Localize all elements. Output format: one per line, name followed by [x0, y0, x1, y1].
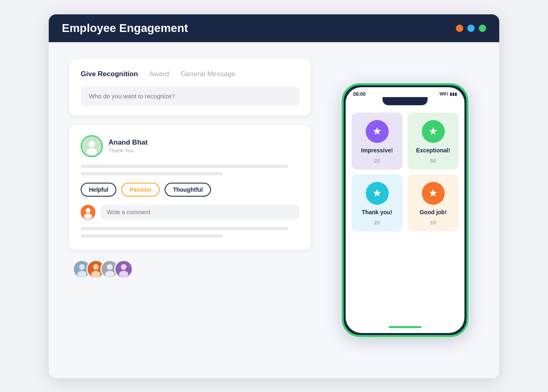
- post-user-info: Anand Bhat Thank You: [109, 138, 147, 154]
- app-body: Give Recognition Award General Message: [49, 42, 499, 378]
- post-user-sub: Thank You: [109, 147, 147, 154]
- svg-point-4: [86, 208, 91, 213]
- award-label-thankyou: Thank you!: [362, 209, 392, 215]
- wifi-icon: WiFi: [439, 92, 448, 96]
- star-icon-goodjob: ★: [428, 187, 438, 199]
- svg-point-1: [88, 140, 95, 147]
- svg-point-5: [84, 213, 92, 219]
- phone-mockup: 08:00 WiFi ▮▮▮ ★: [342, 83, 469, 337]
- bottom-line-2: [81, 234, 223, 238]
- star-icon-impressive: ★: [372, 125, 382, 138]
- award-label-exceptional: Exceptional!: [416, 147, 450, 154]
- battery-icon: ▮▮▮: [450, 92, 457, 96]
- content-line-1: [81, 165, 288, 168]
- comment-input[interactable]: [100, 205, 299, 220]
- award-tile-goodjob[interactable]: ★ Good job! 10: [408, 174, 459, 231]
- award-count-exceptional: 50: [430, 158, 436, 164]
- svg-point-7: [79, 264, 85, 270]
- award-tile-exceptional[interactable]: ★ Exceptional! 50: [408, 113, 459, 170]
- phone-notch: [383, 97, 428, 105]
- user-avatar: [81, 135, 103, 157]
- svg-point-14: [105, 271, 115, 277]
- svg-point-8: [77, 271, 87, 277]
- post-user-name: Anand Bhat: [109, 138, 147, 147]
- recognition-tabs: Give Recognition Award General Message: [81, 70, 299, 78]
- left-panel: Give Recognition Award General Message: [69, 59, 311, 362]
- award-count-impressive: 20: [374, 158, 380, 164]
- phone-content: ★ Impressive! 20 ★ Exceptional! 50: [346, 105, 464, 326]
- dot-red[interactable]: [456, 25, 463, 32]
- dot-green[interactable]: [479, 25, 486, 32]
- bottom-line-1: [81, 227, 288, 230]
- svg-point-10: [93, 264, 99, 270]
- tag-helpful[interactable]: Helpful: [81, 183, 116, 197]
- svg-point-16: [121, 264, 127, 270]
- recognition-card: Give Recognition Award General Message: [69, 59, 311, 116]
- comment-row: [81, 205, 299, 220]
- dot-blue[interactable]: [467, 25, 475, 32]
- tab-award[interactable]: Award: [149, 70, 169, 78]
- award-label-impressive: Impressive!: [361, 147, 393, 154]
- award-icon-goodjob: ★: [422, 182, 445, 205]
- award-tile-impressive[interactable]: ★ Impressive! 20: [351, 113, 403, 170]
- award-icon-impressive: ★: [366, 120, 389, 143]
- svg-point-17: [119, 271, 129, 277]
- phone-home-bar[interactable]: [389, 326, 421, 328]
- mini-avatar-4: [114, 260, 133, 279]
- star-icon-exceptional: ★: [428, 125, 438, 138]
- content-line-2: [81, 172, 223, 175]
- phone-time: 08:00: [353, 91, 366, 97]
- svg-point-2: [87, 148, 97, 155]
- phone-screen: 08:00 WiFi ▮▮▮ ★: [346, 87, 464, 333]
- commenter-avatar: [81, 205, 95, 220]
- title-bar: Employee Engagement: [49, 14, 499, 42]
- recognize-input[interactable]: [81, 86, 299, 106]
- post-bottom-lines: [81, 227, 299, 238]
- app-window: Employee Engagement Give Recognition Awa…: [49, 14, 499, 378]
- award-icon-thankyou: ★: [366, 182, 389, 205]
- svg-point-11: [91, 271, 101, 277]
- avatars-row: [72, 260, 311, 279]
- tag-thoughtful[interactable]: Thoughtful: [165, 183, 211, 197]
- tag-passion[interactable]: Passion: [121, 183, 160, 197]
- window-controls: [456, 25, 486, 32]
- svg-point-13: [107, 264, 113, 270]
- tags-row: Helpful Passion Thoughtful: [81, 183, 299, 197]
- post-header: Anand Bhat Thank You: [81, 135, 299, 157]
- award-label-goodjob: Good job!: [419, 209, 446, 215]
- post-content-lines: [81, 165, 299, 175]
- app-title: Employee Engagement: [62, 22, 188, 35]
- star-icon-thankyou: ★: [372, 187, 382, 199]
- tab-general-message[interactable]: General Message: [181, 70, 236, 78]
- right-panel: 08:00 WiFi ▮▮▮ ★: [327, 59, 483, 362]
- tab-give-recognition[interactable]: Give Recognition: [81, 70, 138, 78]
- award-icon-exceptional: ★: [422, 120, 445, 143]
- award-tile-thankyou[interactable]: ★ Thank you! 20: [351, 174, 403, 231]
- post-card: Anand Bhat Thank You Helpful Passion Tho…: [69, 125, 311, 250]
- phone-status-icons: WiFi ▮▮▮: [439, 92, 457, 96]
- award-count-goodjob: 10: [430, 220, 436, 226]
- award-count-thankyou: 20: [374, 220, 380, 226]
